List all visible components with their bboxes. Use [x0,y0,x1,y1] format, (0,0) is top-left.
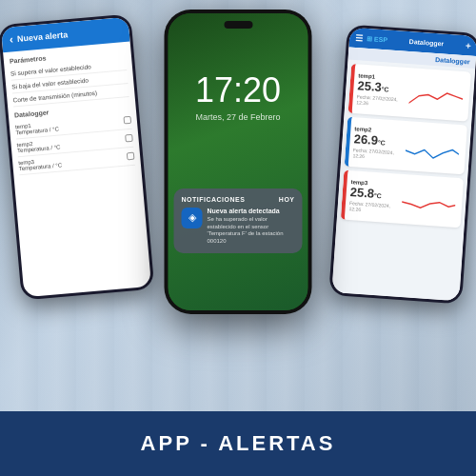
sensor-date-2: Fecha: 27/02/2024, 12:26 [348,200,394,214]
checkbox-1[interactable] [123,116,131,125]
sensor-info-1: temp2 26.9°C Fecha: 27/02/2024, 12:26 [348,117,404,170]
notif-header-title: NOTIFICACIONES [182,196,246,203]
notif-icon-symbol: ◈ [188,211,196,224]
notif-body: ◈ Nueva alerta detectada Se ha superado … [182,208,295,246]
lock-date: Martes, 27 de Febrero [195,112,280,122]
right-body: Datalogger temp1 25.3°C Fecha: 27/02/202… [331,48,476,302]
notif-app-icon: ◈ [182,208,203,228]
back-arrow-icon[interactable]: ‹ [9,32,13,46]
left-phone-body: Parámetros Si supera el valor establecid… [3,42,151,298]
hamburger-icon[interactable]: ☰ [355,33,364,44]
checkbox-3[interactable] [127,152,135,161]
notif-header: NOTIFICACIONES hoy [182,196,295,203]
sensor-card-1[interactable]: temp2 26.9°C Fecha: 27/02/2024, 12:26 [345,117,467,175]
left-phone-title: Nueva alerta [17,30,69,44]
sensor-card-2[interactable]: temp3 25.8°C Fecha: 27/02/2024, 12:26 [341,170,464,228]
notif-timestamp: hoy [279,196,295,203]
sensor-cards-container: temp1 25.3°C Fecha: 27/02/2024, 12:26 te… [337,64,475,228]
phone-left: ‹ Nueva alerta Parámetros Si supera el v… [0,13,154,300]
checkbox-2[interactable] [125,134,133,143]
phone-center: 17:20 Martes, 27 de Febrero NOTIFICACION… [165,10,312,314]
sensor-chart-0 [404,68,470,122]
notif-text-area: Nueva alerta detectada Se ha superado el… [208,208,295,246]
sensor-chart-1 [401,121,467,175]
sensor-info-2: temp3 25.8°C Fecha: 27/02/2024, 12:26 [345,170,400,224]
sensor-info-0: temp1 25.3°C Fecha: 27/02/2024, 12:26 [352,64,407,117]
sensor-date-0: Fecha: 27/02/2024, 12:26 [356,93,402,108]
notif-title: Nueva alerta detectada [208,208,295,214]
plus-button[interactable]: + [466,40,472,50]
sensor-card-0[interactable]: temp1 25.3°C Fecha: 27/02/2024, 12:26 [348,64,471,122]
sensor-chart-2 [397,174,464,228]
lock-screen-bg [169,13,308,310]
sensor-date-1: Fecha: 27/02/2024, 12:26 [352,147,398,161]
bottom-banner: APP - ALERTAS [0,411,476,476]
app-title: APP - ALERTAS [141,431,336,456]
right-header-left: ☰ ⊞ ESP [355,33,388,45]
esp-logo: ⊞ ESP [367,34,387,44]
right-header-title: Datalogger [409,38,445,48]
notif-description: Se ha superado el valor establecido en e… [208,216,295,246]
lock-time: 17:20 [195,70,281,110]
phone-right: ☰ ⊞ ESP Datalogger + Datalogger temp1 25… [328,24,476,304]
notification-overlay: NOTIFICACIONES hoy ◈ Nueva alerta detect… [174,188,303,253]
